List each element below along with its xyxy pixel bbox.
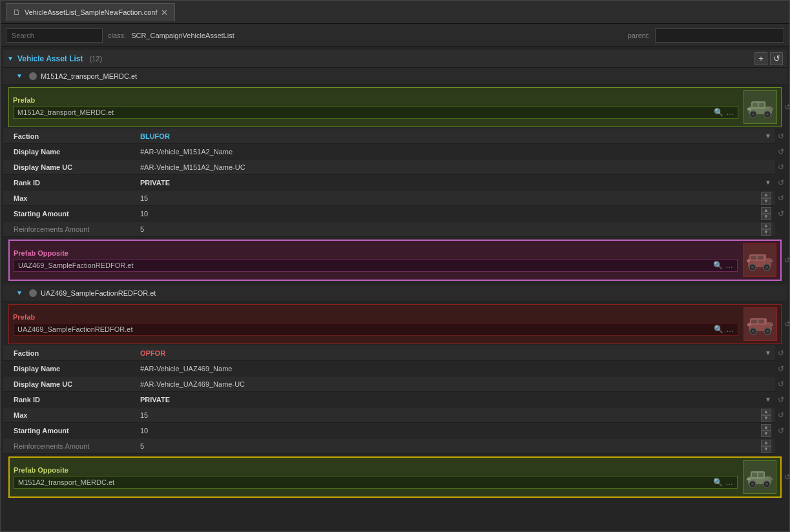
svg-rect-22 <box>751 320 757 323</box>
item-2-displaynameuc-reset[interactable]: ↺ <box>775 380 787 389</box>
item-2-faction-actions: ▼ <box>765 349 771 356</box>
item-2-faction-arrow[interactable]: ▼ <box>765 349 771 356</box>
item-1-faction-arrow[interactable]: ▼ <box>765 132 771 139</box>
item-2-startamt-spinner: ▲ ▼ <box>761 424 771 437</box>
item-1-reinforce-up[interactable]: ▲ <box>761 223 771 229</box>
item-2-displaynameuc-label: Display Name UC <box>7 380 136 388</box>
item-2-bullet <box>29 289 37 297</box>
item-2-rankid-arrow[interactable]: ▼ <box>765 396 771 403</box>
title-bar: 🗋 VehicleAssetList_SampleNewFaction.conf… <box>1 1 789 24</box>
svg-rect-32 <box>752 473 757 477</box>
item-1-max-up[interactable]: ▲ <box>761 192 771 198</box>
tab-close-button[interactable]: ✕ <box>161 8 168 17</box>
parent-input[interactable] <box>655 28 784 43</box>
svg-point-5 <box>752 113 755 116</box>
svg-rect-38 <box>747 478 751 480</box>
item-1-startamt-spinner: ▲ ▼ <box>761 207 771 220</box>
item-2-max-value: 15 <box>136 411 761 419</box>
add-item-button[interactable]: + <box>754 52 767 65</box>
item-1-rankid-reset[interactable]: ↺ <box>775 178 787 187</box>
item-1-reinforce-down[interactable]: ▼ <box>761 229 771 236</box>
main-content: ▼ Vehicle Asset List (12) + ↺ ▼ M151A2_t… <box>1 47 789 531</box>
item-2-faction-label: Faction <box>7 349 136 357</box>
item-2-prefab-search-btn[interactable]: 🔍 <box>714 325 723 334</box>
item-2-row[interactable]: ▼ UAZ469_SampleFactionREDFOR.et <box>3 285 787 302</box>
svg-point-25 <box>752 330 755 333</box>
item-1-prefab-opp-label: Prefab Opposite <box>14 249 738 257</box>
item-1-prefab-opp-input-row: UAZ469_SampleFactionREDFOR.et 🔍 … <box>14 259 738 272</box>
item-2-reinforce-row: Reinforcements Amount 5 ▲ ▼ <box>3 438 775 454</box>
item-1-prefab-opp-more-btn[interactable]: … <box>725 261 733 270</box>
item-1-startamt-up[interactable]: ▲ <box>761 207 771 214</box>
item-2-prefab-opp-reset[interactable]: ↺ <box>784 473 789 482</box>
item-1-displayname-wrapper: Display Name #AR-Vehicle_M151A2_Name ↺ <box>3 144 787 159</box>
item-1-prefab-opp-reset[interactable]: ↺ <box>784 256 789 265</box>
item-1-startamt-reset[interactable]: ↺ <box>775 209 787 218</box>
svg-rect-29 <box>770 323 773 326</box>
item-2-startamt-up[interactable]: ▲ <box>761 424 771 431</box>
item-1-prefab-more-btn[interactable]: … <box>726 108 734 117</box>
item-1-reinforce-label: Reinforcements Amount <box>7 225 136 233</box>
item-1-prefab-opp-thumbnail <box>743 243 776 277</box>
item-2-container: ▼ UAZ469_SampleFactionREDFOR.et Prefab U… <box>3 285 787 498</box>
item-2-max-up[interactable]: ▲ <box>761 409 771 415</box>
toolbar: class: SCR_CampaignVehicleAssetList pare… <box>1 24 789 47</box>
item-1-max-reset[interactable]: ↺ <box>775 194 787 203</box>
item-2-prefab-opp-more-btn[interactable]: … <box>725 478 733 487</box>
svg-rect-33 <box>758 473 764 477</box>
item-2-reinforce-label: Reinforcements Amount <box>7 442 136 450</box>
item-2-prefab-opp-block: Prefab Opposite M151A2_transport_MERDC.e… <box>8 456 782 498</box>
item-2-prefab-more-btn[interactable]: … <box>726 325 734 334</box>
item-1-faction-reset[interactable]: ↺ <box>775 132 787 141</box>
item-1-displayname-reset[interactable]: ↺ <box>775 147 787 156</box>
item-1-fields: Faction BLUFOR ▼ ↺ Display Name #AR-Vehi… <box>3 128 787 237</box>
item-1-reinforce-value: 5 <box>136 225 761 233</box>
item-1-prefab-opp-value: UAZ469_SampleFactionREDFOR.et <box>18 261 711 269</box>
item-2-reinforce-up[interactable]: ▲ <box>761 440 771 446</box>
item-2-faction-value: OPFOR <box>136 349 765 357</box>
item-2-rankid-reset[interactable]: ↺ <box>775 395 787 404</box>
item-2-max-reset[interactable]: ↺ <box>775 411 787 420</box>
item-1-faction-wrapper: Faction BLUFOR ▼ ↺ <box>3 128 787 144</box>
item-1-prefab-search-btn[interactable]: 🔍 <box>714 108 723 117</box>
item-2-prefab-opp-search-btn[interactable]: 🔍 <box>713 478 723 487</box>
item-2-name: UAZ469_SampleFactionREDFOR.et <box>41 289 156 297</box>
item-2-faction-reset[interactable]: ↺ <box>775 349 787 358</box>
item-2-startamt-reset[interactable]: ↺ <box>775 426 787 435</box>
item-2-prefab-opp-outer: Prefab Opposite M151A2_transport_MERDC.e… <box>8 456 782 498</box>
item-1-rankid-arrow[interactable]: ▼ <box>765 179 771 186</box>
item-1-expand[interactable]: ▼ <box>16 72 23 79</box>
item-2-expand[interactable]: ▼ <box>16 289 23 296</box>
item-1-startamt-down[interactable]: ▼ <box>761 214 771 220</box>
item-1-prefab-reset[interactable]: ↺ <box>784 103 789 112</box>
item-1-row[interactable]: ▼ M151A2_transport_MERDC.et <box>3 68 787 85</box>
section-expand-arrow[interactable]: ▼ <box>7 55 14 62</box>
file-tab[interactable]: 🗋 VehicleAssetList_SampleNewFaction.conf… <box>6 3 175 21</box>
item-2-startamt-wrapper: Starting Amount 10 ▲ ▼ ↺ <box>3 423 787 438</box>
item-1-displaynameuc-reset[interactable]: ↺ <box>775 163 787 172</box>
item-1-max-down[interactable]: ▼ <box>761 198 771 205</box>
reset-list-button[interactable]: ↺ <box>770 52 783 65</box>
item-2-max-down[interactable]: ▼ <box>761 415 771 422</box>
svg-rect-12 <box>751 256 756 260</box>
item-1-startamt-label: Starting Amount <box>7 210 136 218</box>
item-1-prefab-block: Prefab M151A2_transport_MERDC.et 🔍 … <box>8 87 782 127</box>
item-2-displayname-reset[interactable]: ↺ <box>775 364 787 373</box>
item-2-rankid-value: PRIVATE <box>136 396 765 404</box>
section-header: ▼ Vehicle Asset List (12) + ↺ <box>3 50 787 68</box>
item-2-prefab-reset[interactable]: ↺ <box>784 320 789 329</box>
parent-label: parent: <box>628 32 650 39</box>
item-1-reinforce-row: Reinforcements Amount 5 ▲ ▼ <box>3 221 775 237</box>
item-1-faction-label: Faction <box>7 132 136 140</box>
search-input[interactable] <box>6 28 103 43</box>
item-1-prefab-opp-search-btn[interactable]: 🔍 <box>713 261 723 270</box>
section-title: Vehicle Asset List <box>17 54 83 63</box>
item-1-displayname-label: Display Name <box>7 148 136 156</box>
item-1-reinforce-spinner: ▲ ▼ <box>761 223 771 236</box>
item-2-startamt-down[interactable]: ▼ <box>761 431 771 437</box>
svg-point-35 <box>751 483 754 486</box>
item-2-fields: Faction OPFOR ▼ ↺ Display Name #AR-Vehic… <box>3 345 787 454</box>
item-2-rankid-actions: ▼ <box>765 396 771 403</box>
class-label: class: <box>108 32 126 39</box>
item-2-reinforce-down[interactable]: ▼ <box>761 446 771 453</box>
